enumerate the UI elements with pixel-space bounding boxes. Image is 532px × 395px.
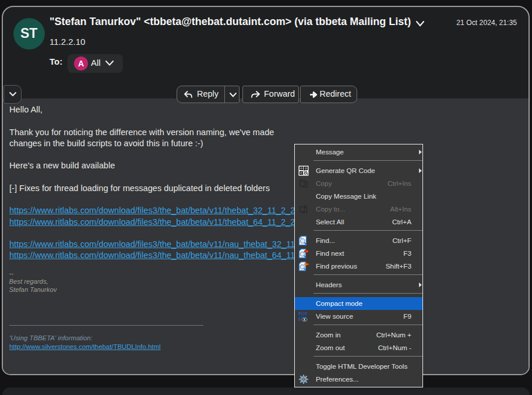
svg-text:0: 0 xyxy=(298,318,301,322)
